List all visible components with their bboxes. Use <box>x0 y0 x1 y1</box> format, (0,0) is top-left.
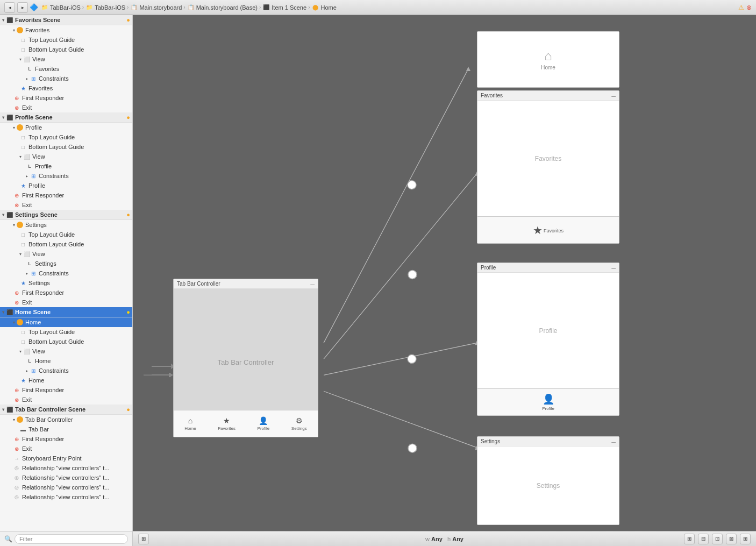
home-top-layout-row[interactable]: □ Top Layout Guide <box>0 327 132 337</box>
settings-vc-minus[interactable]: – <box>611 438 616 445</box>
settings-responder-row[interactable]: ⊕ First Responder <box>0 288 132 297</box>
favorites-label-row[interactable]: L Favorites <box>0 64 132 74</box>
breadcrumb-item-group[interactable]: 📁 TabBar-iOS <box>85 4 125 11</box>
entry-point-indicator <box>152 364 175 369</box>
settings-exit-row[interactable]: ⊗ Exit <box>0 297 132 307</box>
favorites-constraints-row[interactable]: ⊞ Constraints <box>0 74 132 83</box>
canvas-area[interactable]: Tab Bar Controller – Tab Bar Controller … <box>133 15 756 546</box>
profile-responder-row[interactable]: ⊕ First Responder <box>0 190 132 200</box>
profile-scene-header[interactable]: ⬛ Profile Scene ● <box>0 112 132 123</box>
profile-exit-row[interactable]: ⊗ Exit <box>0 200 132 210</box>
tabbar-exit-label: Exit <box>22 445 32 452</box>
tabbar-entry-row[interactable]: → Storyboard Entry Point <box>0 453 132 463</box>
settings-constraints-row[interactable]: ⊞ Constraints <box>0 268 132 278</box>
settings-scene-header[interactable]: ⬛ Settings Scene ● <box>0 210 132 220</box>
home-exit-row[interactable]: ⊗ Exit <box>0 395 132 405</box>
favorites-controller-row[interactable]: Favorites <box>0 25 132 35</box>
tabbar-rel3-row[interactable]: ◎ Relationship "view controllers" t... <box>0 483 132 492</box>
settings-controller-row[interactable]: Settings <box>0 220 132 230</box>
profile-top-layout-label: Top Layout Guide <box>28 134 75 140</box>
group-folder-icon: 📁 <box>85 4 93 11</box>
filter-search-icon: 🔍 <box>4 535 12 543</box>
favorites-action-row[interactable]: ★ Favorites <box>0 83 132 93</box>
tabbar-exit-row[interactable]: ⊗ Exit <box>0 444 132 453</box>
settings-view-row[interactable]: ⬜ View <box>0 249 132 259</box>
home-responder-icon: ⊕ <box>13 386 20 394</box>
tabbar-rel4-row[interactable]: ◎ Relationship "view controllers" t... <box>0 492 132 502</box>
tab-item-home[interactable]: ⌂ Home <box>184 416 196 431</box>
storyboard-canvas[interactable]: Tab Bar Controller – Tab Bar Controller … <box>133 15 756 531</box>
home-controller-dot <box>17 319 23 325</box>
tab-item-settings[interactable]: ⚙ Settings <box>291 416 307 431</box>
profile-action-row[interactable]: ★ Profile <box>0 181 132 190</box>
nav-back-button[interactable]: ◂ <box>4 2 15 13</box>
breadcrumb-item-project[interactable]: 📁 TabBar-iOS <box>41 4 81 11</box>
home-constraints-row[interactable]: ⊞ Constraints <box>0 366 132 375</box>
home-label-row[interactable]: L Home <box>0 356 132 366</box>
profile-label-row[interactable]: L Profile <box>0 161 132 171</box>
favorites-responder-row[interactable]: ⊕ First Responder <box>0 93 132 103</box>
favorites-bottom-layout-row[interactable]: □ Bottom Layout Guide <box>0 45 132 54</box>
home-controller-row[interactable]: Home <box>0 317 132 327</box>
home-scene-header[interactable]: ⬛ Home Scene ● <box>0 307 132 317</box>
zoom-fit-button[interactable]: ⊞ <box>684 534 695 544</box>
favorites-scene-header[interactable]: ⬛ Favorites Scene ● <box>0 15 132 25</box>
home-controller-icon: ⬤ <box>311 4 319 11</box>
tab-item-profile[interactable]: 👤 Profile <box>258 416 270 431</box>
tbc-center-label: Tab Bar Controller <box>218 358 274 366</box>
storyboard-base-icon: 📋 <box>187 4 195 11</box>
home-vc-frame-top[interactable]: ⌂ Home <box>477 31 619 88</box>
favorites-vc-center-label: Favorites <box>535 155 561 162</box>
profile-view-row[interactable]: ⬜ View <box>0 152 132 161</box>
profile-bottom-layout-row[interactable]: □ Bottom Layout Guide <box>0 142 132 152</box>
profile-vc-frame[interactable]: Profile – Profile 👤 Profile <box>477 263 619 416</box>
favorites-vc-frame[interactable]: Favorites – Favorites ★ Favorites <box>477 90 619 244</box>
rel3-icon: ◎ <box>13 484 20 491</box>
tab-item-favorites[interactable]: ★ Favorites <box>218 416 236 431</box>
tabbar-tabbar-row[interactable]: ▬ Tab Bar <box>0 424 132 434</box>
align-button[interactable]: ⊠ <box>726 534 737 544</box>
breadcrumb-item-home[interactable]: ⬤ Home <box>311 4 336 11</box>
profile-vc-minus[interactable]: – <box>611 264 616 272</box>
constraint-button[interactable]: ⊞ <box>740 534 751 544</box>
profile-constraints-row[interactable]: ⊞ Constraints <box>0 171 132 181</box>
svg-line-5 <box>324 174 477 359</box>
settings-top-layout-row[interactable]: □ Top Layout Guide <box>0 230 132 239</box>
zoom-in-button[interactable]: ⊟ <box>698 534 709 544</box>
home-responder-row[interactable]: ⊕ First Responder <box>0 385 132 395</box>
settings-label-row[interactable]: L Settings <box>0 259 132 268</box>
home-bottom-layout-row[interactable]: □ Bottom Layout Guide <box>0 337 132 346</box>
tabbar-controller-label: Tab Bar Controller <box>25 416 73 423</box>
home-action-row[interactable]: ★ Home <box>0 375 132 385</box>
settings-action-row[interactable]: ★ Settings <box>0 278 132 288</box>
tabbar-controller-row[interactable]: Tab Bar Controller <box>0 415 132 424</box>
breadcrumb-item-storyboard-base[interactable]: 📋 Main.storyboard (Base) <box>187 4 258 11</box>
tbc-minus[interactable]: – <box>310 280 315 288</box>
bottom-icon-1[interactable]: ⊞ <box>138 534 149 544</box>
tabbar-rel2-row[interactable]: ◎ Relationship "view controllers" t... <box>0 473 132 483</box>
nav-forward-button[interactable]: ▸ <box>17 2 28 13</box>
settings-vc-frame[interactable]: Settings – Settings <box>477 436 619 525</box>
profile-view-icon: ⬜ <box>23 153 31 160</box>
tabbar-rel1-row[interactable]: ◎ Relationship "view controllers" t... <box>0 463 132 473</box>
settings-exit-icon: ⊗ <box>13 299 20 306</box>
profile-controller-row[interactable]: Profile <box>0 123 132 132</box>
tabbar-scene-label: Tab Bar Controller Scene <box>15 406 85 413</box>
favorites-vc-minus[interactable]: – <box>611 92 616 100</box>
tab-bar-controller-frame[interactable]: Tab Bar Controller – Tab Bar Controller … <box>173 279 318 437</box>
favorites-exit-row[interactable]: ⊗ Exit <box>0 103 132 112</box>
favorites-top-layout-row[interactable]: □ Top Layout Guide <box>0 35 132 45</box>
filter-input[interactable] <box>15 534 128 544</box>
home-view-icon: ⬜ <box>23 348 31 355</box>
breadcrumb-item-scene[interactable]: ⬛ Item 1 Scene <box>262 4 306 11</box>
profile-vc-tab-label: Profile <box>542 406 554 411</box>
zoom-out-button[interactable]: ⊡ <box>712 534 723 544</box>
sidebar-tree[interactable]: ⬛ Favorites Scene ● Favorites □ Top Layo… <box>0 15 132 531</box>
profile-top-layout-row[interactable]: □ Top Layout Guide <box>0 132 132 142</box>
breadcrumb-item-storyboard[interactable]: 📋 Main.storyboard <box>130 4 182 11</box>
favorites-view-row[interactable]: ⬜ View <box>0 54 132 64</box>
home-view-row[interactable]: ⬜ View <box>0 346 132 356</box>
settings-bottom-layout-row[interactable]: □ Bottom Layout Guide <box>0 239 132 249</box>
tabbar-scene-header[interactable]: ⬛ Tab Bar Controller Scene ● <box>0 405 132 415</box>
tabbar-responder-row[interactable]: ⊕ First Responder <box>0 434 132 444</box>
